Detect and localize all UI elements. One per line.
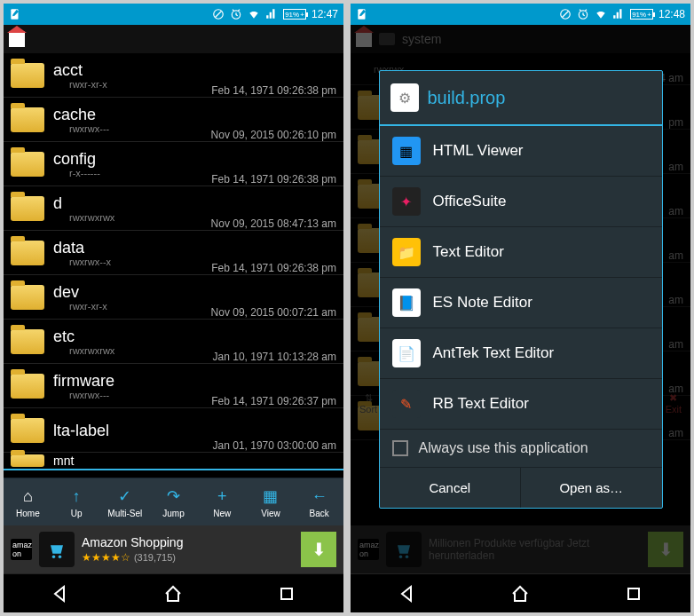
nav-home-icon[interactable] xyxy=(509,583,531,604)
download-icon[interactable]: ⬇ xyxy=(301,532,336,567)
content-area: rwxrwx--- Jan 10, 1971 10:08:44 am pm am… xyxy=(351,53,690,525)
file-row[interactable]: d rwxrwxrwx Nov 09, 2015 08:47:13 am xyxy=(4,186,343,231)
file-info: d rwxrwxrwx xyxy=(53,194,211,223)
view-icon: ▦ xyxy=(260,486,281,507)
file-row[interactable]: dev rwxr-xr-x Nov 09, 2015 00:07:21 am xyxy=(4,275,343,320)
back-icon: ← xyxy=(309,486,330,507)
folder-icon xyxy=(11,329,44,354)
back-button[interactable]: ←Back xyxy=(295,478,343,525)
file-row[interactable]: data rwxrwx--x Feb 14, 1971 09:26:38 pm xyxy=(4,231,343,275)
file-info: lta-label xyxy=(53,422,213,439)
battery-icon: 91%+ xyxy=(283,9,306,20)
tool-label: Multi-Sel xyxy=(107,509,142,518)
file-row[interactable]: cache rwxrwx--- Nov 09, 2015 00:26:10 pm xyxy=(4,98,343,142)
dialog-overlay: ⚙ build.prop ▦ HTML Viewer✦ OfficeSuite📁… xyxy=(351,53,690,525)
always-use-row[interactable]: Always use this application xyxy=(380,429,662,467)
new-icon: + xyxy=(211,486,233,507)
app-option-anttek-text-editor[interactable]: 📄 AntTek Text Editor xyxy=(380,328,662,379)
cancel-button[interactable]: Cancel xyxy=(380,468,522,508)
file-date: Jan 01, 1970 03:00:00 am xyxy=(213,439,336,452)
home-button[interactable]: ⌂Home xyxy=(4,478,52,525)
file-row[interactable]: acct rwxr-xr-x Feb 14, 1971 09:26:38 pm xyxy=(4,53,343,98)
file-name: data xyxy=(53,239,211,257)
app-label: OfficeSuite xyxy=(433,193,507,210)
tool-label: View xyxy=(261,509,280,518)
alarm-icon xyxy=(577,8,589,20)
alarm-icon xyxy=(230,8,242,20)
open-with-dialog: ⚙ build.prop ▦ HTML Viewer✦ OfficeSuite📁… xyxy=(379,70,663,509)
file-name: config xyxy=(53,150,211,168)
nav-back-icon[interactable] xyxy=(397,583,418,604)
folder-icon xyxy=(11,152,44,177)
app-icon: 📁 xyxy=(392,238,421,266)
phone-left: 91%+ 12:47 acct rwxr-xr-x Feb 14, 1971 0… xyxy=(4,4,343,612)
file-permissions: rwxrwx--x xyxy=(69,257,211,267)
amazon-badge: amazon xyxy=(11,539,32,560)
app-icon: ✦ xyxy=(392,187,421,216)
multi-sel-button[interactable]: ✓Multi-Sel xyxy=(100,478,149,525)
file-row[interactable]: etc rwxrwxrwx Jan 10, 1971 10:13:28 am xyxy=(4,320,343,364)
file-info: config r-x------ xyxy=(53,150,211,178)
up-button[interactable]: ↑Up xyxy=(52,478,101,525)
navbar xyxy=(351,573,690,612)
tool-label: Jump xyxy=(162,509,184,518)
nav-recent-icon[interactable] xyxy=(623,583,644,604)
phone-right: 91%+ 12:48 system rwxrwx--- Jan 10, 1971… xyxy=(351,4,690,612)
app-option-text-editor[interactable]: 📁 Text Editor xyxy=(380,227,662,278)
ad-banner[interactable]: amazon Millionen Produkte verfügbar Jetz… xyxy=(351,525,690,573)
home-icon[interactable] xyxy=(9,31,25,47)
amazon-icon xyxy=(386,532,422,567)
file-name: firmware xyxy=(53,372,211,390)
ad-banner[interactable]: amazon Amazon Shopping ★★★★☆ (319,715) ⬇ xyxy=(4,525,343,573)
app-icon: ✎ xyxy=(392,390,421,418)
file-permissions: rwxrwx--- xyxy=(69,390,211,400)
nav-back-icon[interactable] xyxy=(50,583,71,604)
checkbox-icon[interactable] xyxy=(392,440,408,456)
download-icon[interactable]: ⬇ xyxy=(648,532,683,567)
file-date: Feb 14, 1971 09:26:38 pm xyxy=(211,262,336,274)
folder-icon xyxy=(11,454,44,467)
app-option-html-viewer[interactable]: ▦ HTML Viewer xyxy=(380,126,662,177)
clock: 12:48 xyxy=(659,8,685,20)
file-name: dev xyxy=(53,283,211,301)
folder-icon xyxy=(11,63,44,88)
app-label: RB Text Editor xyxy=(433,395,529,413)
notepad-icon xyxy=(9,8,21,20)
file-name: d xyxy=(53,194,211,212)
file-row[interactable]: config r-x------ Feb 14, 1971 09:26:38 p… xyxy=(4,142,343,186)
file-date: Nov 09, 2015 08:47:13 am xyxy=(211,217,336,230)
svg-line-2 xyxy=(215,12,221,18)
tool-label: Up xyxy=(71,509,83,518)
statusbar: 91%+ 12:47 xyxy=(4,4,343,25)
file-permissions: r-x------ xyxy=(69,168,211,178)
file-row[interactable]: firmware rwxrwx--- Feb 14, 1971 09:26:37… xyxy=(4,364,343,408)
new-button[interactable]: +New xyxy=(198,478,247,525)
file-info: data rwxrwx--x xyxy=(53,239,211,267)
file-info: dev rwxr-xr-x xyxy=(53,283,211,312)
toolbar: ⌂Home↑Up✓Multi-Sel↷Jump+New▦View←Back xyxy=(4,478,343,525)
view-button[interactable]: ▦View xyxy=(247,478,296,525)
ad-text: Amazon Shopping ★★★★☆ (319,715) xyxy=(82,535,294,564)
file-icon: ⚙ xyxy=(390,83,419,112)
file-permissions: rwxrwxrwx xyxy=(69,212,211,223)
app-label: ES Note Editor xyxy=(433,294,532,312)
jump-icon: ↷ xyxy=(163,486,185,507)
dialog-buttons: Cancel Open as… xyxy=(380,467,662,508)
home-icon xyxy=(356,31,372,47)
app-option-rb-text-editor[interactable]: ✎ RB Text Editor xyxy=(380,379,662,429)
multi-sel-icon: ✓ xyxy=(114,486,136,507)
app-label: AntTek Text Editor xyxy=(433,344,555,362)
nav-recent-icon[interactable] xyxy=(276,583,297,604)
amazon-icon xyxy=(39,532,75,567)
nav-home-icon[interactable] xyxy=(162,583,184,604)
jump-button[interactable]: ↷Jump xyxy=(149,478,198,525)
file-row[interactable]: lta-label Jan 01, 1970 03:00:00 am xyxy=(4,408,343,453)
file-row[interactable]: mnt xyxy=(4,453,343,470)
open-as-button[interactable]: Open as… xyxy=(521,468,662,508)
app-label: HTML Viewer xyxy=(433,142,524,160)
dialog-header: ⚙ build.prop xyxy=(380,71,662,126)
app-option-officesuite[interactable]: ✦ OfficeSuite xyxy=(380,177,662,227)
no-disturb-icon xyxy=(559,8,572,20)
svg-rect-13 xyxy=(628,588,639,599)
app-option-es-note-editor[interactable]: 📘 ES Note Editor xyxy=(380,278,662,328)
